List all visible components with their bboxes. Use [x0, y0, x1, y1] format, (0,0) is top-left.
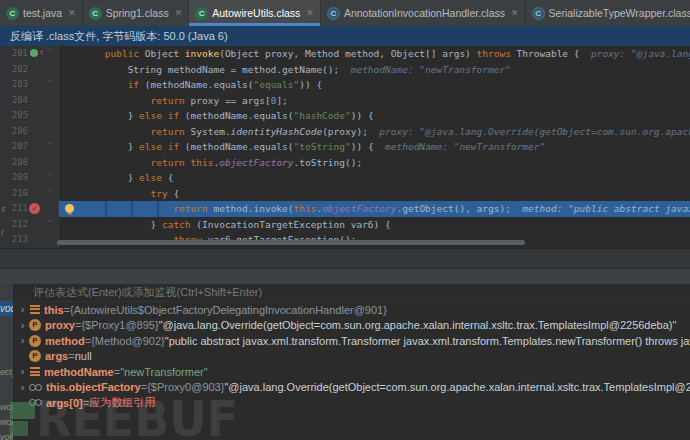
fold-marker-icon[interactable]: ˅	[48, 78, 52, 91]
variable-row-methodName[interactable]: ›methodName = "newTransformer"	[0, 364, 690, 380]
parameter-icon: P	[29, 350, 41, 362]
fold-marker-icon[interactable]: ˅	[48, 187, 52, 200]
debugger-inline-hint: proxy: "@java.lang.Override(getObject=co…	[368, 126, 690, 137]
variable-name: methodName	[44, 366, 114, 378]
debug-toolbar-band	[0, 268, 690, 284]
line-number: 208	[2, 155, 28, 171]
fold-marker-icon[interactable]: ˄	[48, 171, 52, 184]
fold-marker-icon[interactable]: ˄	[48, 218, 52, 231]
variable-value: {Method@902}	[91, 335, 165, 347]
gutter: 207˄	[0, 139, 59, 155]
code-line[interactable]: 202 String methodName = method.getName()…	[0, 62, 690, 78]
tab-Spring1.class[interactable]: CSpring1.class✕	[83, 0, 190, 26]
parameter-icon: P	[29, 319, 41, 331]
expand-chevron-icon[interactable]: ›	[17, 320, 28, 331]
code-text: try {	[59, 186, 690, 202]
variable-row-method[interactable]: ›Pmethod = {Method@902} "public abstract…	[0, 333, 690, 349]
code-line[interactable]: 207˄ } else if (methodName.equals("toStr…	[0, 139, 690, 155]
code-text: } else if (methodName.equals("toString")…	[59, 139, 690, 155]
code-line-current[interactable]: 211✓ return method.invoke(this.objectFac…	[0, 201, 690, 217]
fold-marker-icon[interactable]: ˅	[48, 47, 52, 60]
code-text: } catch (InvocationTargetException var6)…	[59, 217, 690, 233]
banner-text: 反编译 .class文件, 字节码版本: 50.0 (Java 6)	[10, 29, 228, 44]
variable-icon	[30, 305, 40, 314]
line-number: 203	[2, 77, 28, 93]
tab-label: Spring1.class	[106, 7, 169, 19]
gutter: 204	[0, 93, 59, 109]
variable-row-proxy[interactable]: ›Pproxy = {$Proxy1@895} "@java.lang.Over…	[0, 318, 690, 334]
variable-name: method	[45, 335, 85, 347]
decompiled-class-file-icon: C	[327, 7, 340, 20]
code-text: return this.objectFactory.toString();	[59, 155, 690, 171]
debugger-inline-hint: methodName: "newTransformer"	[339, 64, 511, 75]
breakpoint-icon[interactable]: ✓	[29, 203, 40, 214]
parameter-icon: P	[29, 335, 41, 347]
fold-marker-icon[interactable]: ˄	[48, 140, 52, 153]
clipped-text-fragment: r	[1, 227, 4, 237]
code-line[interactable]: 203˅ if (methodName.equals("equals")) {	[0, 77, 690, 93]
line-number: 210	[2, 186, 28, 202]
tab-AutowireUtils.class[interactable]: CAutowireUtils.class✕	[189, 0, 321, 26]
tab-test.java[interactable]: Ctest.java✕	[0, 0, 83, 26]
code-text: String methodName = method.getName(); me…	[59, 62, 690, 78]
close-icon[interactable]: ✕	[175, 8, 183, 18]
code-text: } else {	[59, 170, 690, 186]
code-line[interactable]: 205˄ } else if (methodName.equals("hashC…	[0, 108, 690, 124]
code-text: return System.identityHashCode(proxy); p…	[59, 124, 690, 140]
variable-row-this[interactable]: ›this = {AutowireUtils$ObjectFactoryDele…	[0, 302, 690, 318]
clipped-frames-selection: voc	[0, 301, 13, 316]
watermark-logo-block	[10, 421, 28, 436]
gutter: 201↑˅	[0, 46, 59, 62]
expand-chevron-icon[interactable]: ›	[17, 366, 28, 377]
variable-value: "@java.lang.Override(getObject=com.sun.o…	[159, 319, 677, 331]
watermark-logo-block	[10, 402, 35, 419]
code-editor[interactable]: 201↑˅ public Object invoke(Object proxy,…	[0, 46, 690, 248]
code-text: } else if (methodName.equals("hashCode")…	[59, 108, 690, 124]
override-marker-icon[interactable]: ↑	[30, 49, 44, 57]
code-line[interactable]: 212˄ } catch (InvocationTargetException …	[0, 217, 690, 233]
tab-SerializableTypeWrapper.class[interactable]: CSerializableTypeWrapper.class✕	[526, 0, 690, 26]
expand-chevron-icon[interactable]: ›	[17, 335, 28, 346]
variable-row-args[interactable]: Pargs = null	[0, 349, 690, 365]
code-text: return method.invoke(this.objectFactory.…	[59, 201, 690, 217]
code-line[interactable]: 209˄ } else {	[0, 170, 690, 186]
line-number: 205	[2, 108, 28, 124]
variable-value: "newTransformer"	[120, 366, 207, 378]
gutter: 202	[0, 62, 59, 78]
expand-chevron-icon[interactable]: ›	[17, 304, 28, 315]
variable-icon	[30, 367, 40, 376]
tab-AnnotationInvocationHandler.class[interactable]: CAnnotationInvocationHandler.class✕	[321, 0, 526, 26]
debugger-inline-hint: methodName: "newTransformer"	[374, 141, 546, 152]
line-number: 206	[2, 124, 28, 140]
expand-chevron-icon[interactable]: ›	[17, 382, 28, 393]
decompile-banner: 反编译 .class文件, 字节码版本: 50.0 (Java 6)	[0, 26, 690, 46]
horizontal-scrollbar[interactable]	[57, 240, 525, 245]
intention-bulb-icon[interactable]	[65, 204, 74, 213]
fold-marker-icon[interactable]: ˄	[48, 109, 52, 122]
code-line[interactable]: 208 return this.objectFactory.toString()…	[0, 155, 690, 171]
debugger-inline-hint: proxy: "@java.lang.Override	[580, 48, 690, 59]
clipped-text-fragment: ect)	[0, 365, 13, 379]
variable-value: "@java.lang.Override(getObject=com.sun.o…	[224, 381, 690, 393]
variable-value: {$Proxy1@895}	[81, 319, 158, 331]
close-icon[interactable]: ✕	[68, 8, 76, 18]
code-line[interactable]: 210˅ try {	[0, 186, 690, 202]
code-line[interactable]: 204 return proxy == args[0];	[0, 93, 690, 109]
class-file-icon: C	[195, 7, 208, 20]
close-icon[interactable]: ✕	[511, 8, 519, 18]
code-text: if (methodName.equals("equals")) {	[59, 77, 690, 93]
gutter: 213	[0, 232, 59, 248]
code-text: public Object invoke(Object proxy, Metho…	[59, 46, 690, 62]
watch-expression-input[interactable]: ▾ 评估表达式(Enter)或添加监视(Ctrl+Shift+Enter)	[0, 284, 690, 302]
variable-name: proxy	[45, 319, 75, 331]
class-file-icon: C	[89, 7, 102, 20]
gutter: 206	[0, 124, 59, 140]
variable-name: this	[44, 304, 64, 316]
panel-divider-band	[0, 248, 690, 268]
close-icon[interactable]: ✕	[306, 8, 314, 18]
code-line[interactable]: 201↑˅ public Object invoke(Object proxy,…	[0, 46, 690, 62]
code-line[interactable]: 206 return System.identityHashCode(proxy…	[0, 124, 690, 140]
tab-label: SerializableTypeWrapper.class	[549, 7, 690, 19]
gutter: 209˄	[0, 170, 59, 186]
gutter: 212˄	[0, 217, 59, 233]
